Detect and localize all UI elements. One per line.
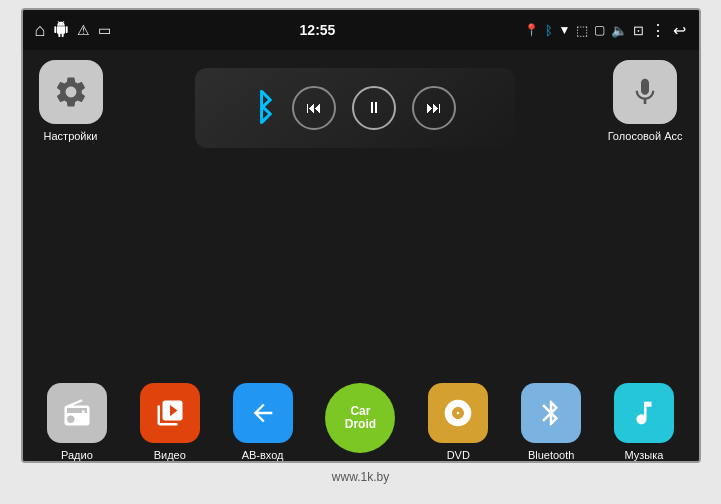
app-cardroid[interactable]: Car Droid [325,383,395,453]
dvd-label: DVD [447,449,470,461]
outer-container: ⌂ ⚠ ▭ 12:55 📍 ᛒ ▼ [0,0,721,504]
play-pause-button[interactable]: ⏸ [352,86,396,130]
app-voice-assistant[interactable]: Голосовой Асс [608,60,683,142]
display-icon: ▢ [594,23,605,37]
status-right: 📍 ᛒ ▼ ⬚ ▢ 🔈 ⊡ ⋮ ↩ [524,21,687,40]
main-content: Настройки ᛒ ⏮ ⏸ [23,50,699,461]
bluetooth-player-icon: ᛒ [254,87,276,129]
bluetooth-status-icon: ᛒ [545,23,553,38]
bottom-apps-row: Радио Видео [23,373,699,461]
app-bluetooth[interactable]: Bluetooth [521,383,581,461]
cast-icon[interactable]: ⬚ [576,23,588,38]
location-icon: 📍 [524,23,539,37]
av-input-icon-circle [233,383,293,443]
settings-icon-circle [39,60,103,124]
video-label: Видео [154,449,186,461]
dvd-icon-circle [428,383,488,443]
cardroid-text-droid: Droid [345,418,376,431]
radio-label: Радио [61,449,93,461]
footer-url: www.1k.by [332,470,389,484]
cardroid-icon-circle: Car Droid [325,383,395,453]
play-pause-icon: ⏸ [366,99,382,117]
app-radio[interactable]: Радио [47,383,107,461]
screen-wrapper: ⌂ ⚠ ▭ 12:55 📍 ᛒ ▼ [21,8,701,463]
next-button[interactable]: ⏭ [412,86,456,130]
back-icon[interactable]: ↩ [673,21,686,40]
voice-assistant-icon-circle [613,60,677,124]
screen-icon: ▭ [98,22,111,38]
app-av-input[interactable]: АВ-вход [233,383,293,461]
home-icon[interactable]: ⌂ [35,20,46,41]
bluetooth-label: Bluetooth [528,449,574,461]
video-icon-circle [140,383,200,443]
music-icon-circle [614,383,674,443]
next-icon: ⏭ [426,99,442,117]
status-bar: ⌂ ⚠ ▭ 12:55 📍 ᛒ ▼ [23,10,699,50]
media-player: ᛒ ⏮ ⏸ ⏭ [195,68,515,148]
music-label: Музыка [625,449,664,461]
app-video[interactable]: Видео [140,383,200,461]
app-dvd[interactable]: DVD [428,383,488,461]
settings-label: Настройки [44,130,98,142]
voice-assistant-label: Голосовой Асс [608,130,683,142]
bluetooth-icon-circle [521,383,581,443]
screen-off-icon[interactable]: ⊡ [633,23,644,38]
warning-icon: ⚠ [77,22,90,38]
signal-icon: ▼ [559,23,571,37]
av-input-label: АВ-вход [242,449,284,461]
top-apps-row: Настройки ᛒ ⏮ ⏸ [23,50,699,156]
volume-icon[interactable]: 🔈 [611,23,627,38]
status-time: 12:55 [300,22,336,38]
app-settings[interactable]: Настройки [39,60,103,142]
prev-button[interactable]: ⏮ [292,86,336,130]
prev-icon: ⏮ [306,99,322,117]
status-left: ⌂ ⚠ ▭ [35,20,112,41]
android-icon [53,21,69,40]
radio-icon-circle [47,383,107,443]
more-options-icon[interactable]: ⋮ [650,21,667,40]
footer: www.1k.by [332,463,389,491]
app-music[interactable]: Музыка [614,383,674,461]
